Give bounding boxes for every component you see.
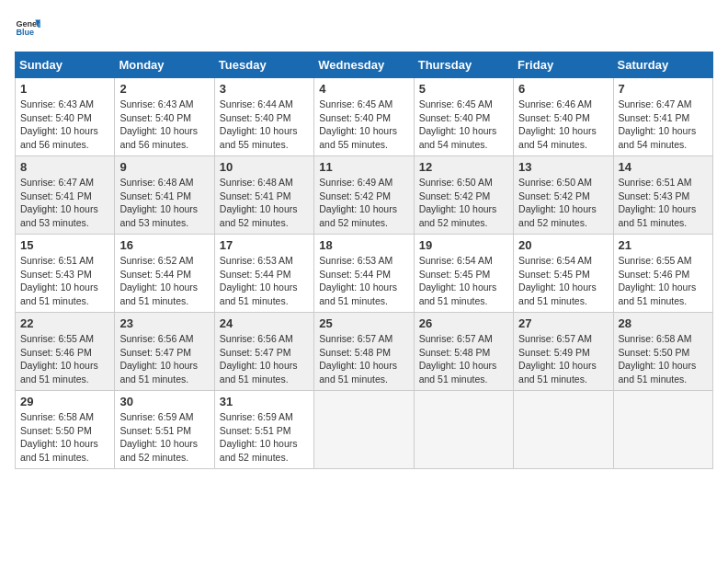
- day-info: Sunrise: 6:53 AM Sunset: 5:44 PM Dayligh…: [319, 254, 408, 308]
- calendar-cell: 31Sunrise: 6:59 AM Sunset: 5:51 PM Dayli…: [214, 391, 313, 469]
- calendar-cell: 20Sunrise: 6:54 AM Sunset: 5:45 PM Dayli…: [514, 235, 613, 313]
- day-number: 22: [20, 316, 109, 330]
- calendar-cell: 23Sunrise: 6:56 AM Sunset: 5:47 PM Dayli…: [115, 313, 214, 391]
- svg-text:Blue: Blue: [16, 28, 34, 37]
- day-number: 27: [518, 316, 608, 330]
- day-number: 26: [419, 316, 508, 330]
- header-thursday: Thursday: [414, 52, 513, 78]
- page-header: General Blue: [15, 15, 713, 40]
- day-info: Sunrise: 6:45 AM Sunset: 5:40 PM Dayligh…: [319, 98, 408, 152]
- calendar-cell: [314, 391, 414, 469]
- logo-icon: General Blue: [15, 15, 40, 40]
- day-number: 23: [119, 316, 209, 330]
- calendar-cell: 22Sunrise: 6:55 AM Sunset: 5:46 PM Dayli…: [16, 313, 115, 391]
- day-info: Sunrise: 6:46 AM Sunset: 5:40 PM Dayligh…: [518, 98, 608, 152]
- day-number: 3: [220, 82, 309, 96]
- calendar-cell: 28Sunrise: 6:58 AM Sunset: 5:50 PM Dayli…: [613, 313, 712, 391]
- calendar-cell: 3Sunrise: 6:44 AM Sunset: 5:40 PM Daylig…: [214, 78, 313, 156]
- calendar-cell: 21Sunrise: 6:55 AM Sunset: 5:46 PM Dayli…: [613, 235, 712, 313]
- calendar-header-row: SundayMondayTuesdayWednesdayThursdayFrid…: [16, 52, 713, 78]
- day-info: Sunrise: 6:58 AM Sunset: 5:50 PM Dayligh…: [20, 410, 109, 465]
- day-number: 11: [319, 160, 408, 174]
- calendar-cell: 2Sunrise: 6:43 AM Sunset: 5:40 PM Daylig…: [115, 78, 214, 156]
- day-number: 15: [20, 238, 109, 252]
- day-info: Sunrise: 6:55 AM Sunset: 5:46 PM Dayligh…: [20, 332, 109, 386]
- day-info: Sunrise: 6:47 AM Sunset: 5:41 PM Dayligh…: [20, 176, 109, 230]
- day-info: Sunrise: 6:48 AM Sunset: 5:41 PM Dayligh…: [220, 176, 309, 230]
- calendar-week-1: 1Sunrise: 6:43 AM Sunset: 5:40 PM Daylig…: [16, 78, 713, 156]
- day-info: Sunrise: 6:52 AM Sunset: 5:44 PM Dayligh…: [119, 254, 209, 308]
- day-info: Sunrise: 6:57 AM Sunset: 5:49 PM Dayligh…: [518, 332, 608, 386]
- calendar-cell: 7Sunrise: 6:47 AM Sunset: 5:41 PM Daylig…: [613, 78, 712, 156]
- header-tuesday: Tuesday: [214, 52, 313, 78]
- header-friday: Friday: [514, 52, 613, 78]
- day-info: Sunrise: 6:58 AM Sunset: 5:50 PM Dayligh…: [619, 332, 708, 386]
- day-number: 16: [119, 238, 209, 252]
- calendar-cell: 29Sunrise: 6:58 AM Sunset: 5:50 PM Dayli…: [16, 391, 115, 469]
- day-number: 8: [20, 160, 109, 174]
- calendar-cell: 12Sunrise: 6:50 AM Sunset: 5:42 PM Dayli…: [414, 156, 513, 235]
- calendar-cell: 17Sunrise: 6:53 AM Sunset: 5:44 PM Dayli…: [214, 235, 313, 313]
- day-number: 18: [319, 238, 408, 252]
- day-number: 10: [220, 160, 309, 174]
- calendar-cell: 6Sunrise: 6:46 AM Sunset: 5:40 PM Daylig…: [514, 78, 613, 156]
- calendar-cell: 9Sunrise: 6:48 AM Sunset: 5:41 PM Daylig…: [115, 156, 214, 235]
- day-number: 7: [619, 82, 708, 96]
- calendar-week-5: 29Sunrise: 6:58 AM Sunset: 5:50 PM Dayli…: [16, 391, 713, 469]
- day-number: 5: [419, 82, 508, 96]
- day-number: 25: [319, 316, 408, 330]
- day-info: Sunrise: 6:57 AM Sunset: 5:48 PM Dayligh…: [319, 332, 408, 386]
- logo: General Blue: [15, 15, 40, 40]
- calendar-cell: 4Sunrise: 6:45 AM Sunset: 5:40 PM Daylig…: [314, 78, 414, 156]
- day-info: Sunrise: 6:47 AM Sunset: 5:41 PM Dayligh…: [619, 98, 708, 152]
- calendar-cell: [613, 391, 712, 469]
- day-info: Sunrise: 6:54 AM Sunset: 5:45 PM Dayligh…: [419, 254, 508, 308]
- calendar-cell: 15Sunrise: 6:51 AM Sunset: 5:43 PM Dayli…: [16, 235, 115, 313]
- day-info: Sunrise: 6:43 AM Sunset: 5:40 PM Dayligh…: [119, 98, 209, 152]
- calendar-cell: 13Sunrise: 6:50 AM Sunset: 5:42 PM Dayli…: [514, 156, 613, 235]
- calendar-cell: 30Sunrise: 6:59 AM Sunset: 5:51 PM Dayli…: [115, 391, 214, 469]
- header-sunday: Sunday: [16, 52, 115, 78]
- calendar-cell: 1Sunrise: 6:43 AM Sunset: 5:40 PM Daylig…: [16, 78, 115, 156]
- day-info: Sunrise: 6:56 AM Sunset: 5:47 PM Dayligh…: [119, 332, 209, 386]
- calendar-cell: 11Sunrise: 6:49 AM Sunset: 5:42 PM Dayli…: [314, 156, 414, 235]
- day-info: Sunrise: 6:51 AM Sunset: 5:43 PM Dayligh…: [619, 176, 708, 230]
- calendar-cell: 18Sunrise: 6:53 AM Sunset: 5:44 PM Dayli…: [314, 235, 414, 313]
- day-info: Sunrise: 6:44 AM Sunset: 5:40 PM Dayligh…: [220, 98, 309, 152]
- day-number: 4: [319, 82, 408, 96]
- calendar-cell: 24Sunrise: 6:56 AM Sunset: 5:47 PM Dayli…: [214, 313, 313, 391]
- day-info: Sunrise: 6:55 AM Sunset: 5:46 PM Dayligh…: [619, 254, 708, 308]
- day-info: Sunrise: 6:53 AM Sunset: 5:44 PM Dayligh…: [220, 254, 309, 308]
- day-number: 1: [20, 82, 109, 96]
- day-number: 14: [619, 160, 708, 174]
- calendar-week-2: 8Sunrise: 6:47 AM Sunset: 5:41 PM Daylig…: [16, 156, 713, 235]
- day-info: Sunrise: 6:49 AM Sunset: 5:42 PM Dayligh…: [319, 176, 408, 230]
- day-number: 19: [419, 238, 508, 252]
- day-number: 20: [518, 238, 608, 252]
- day-number: 28: [619, 316, 708, 330]
- calendar-cell: 10Sunrise: 6:48 AM Sunset: 5:41 PM Dayli…: [214, 156, 313, 235]
- day-number: 21: [619, 238, 708, 252]
- header-monday: Monday: [115, 52, 214, 78]
- day-number: 12: [419, 160, 508, 174]
- calendar-cell: 26Sunrise: 6:57 AM Sunset: 5:48 PM Dayli…: [414, 313, 513, 391]
- day-info: Sunrise: 6:51 AM Sunset: 5:43 PM Dayligh…: [20, 254, 109, 308]
- day-info: Sunrise: 6:57 AM Sunset: 5:48 PM Dayligh…: [419, 332, 508, 386]
- calendar-cell: [514, 391, 613, 469]
- day-number: 6: [518, 82, 608, 96]
- header-saturday: Saturday: [613, 52, 712, 78]
- calendar-cell: 8Sunrise: 6:47 AM Sunset: 5:41 PM Daylig…: [16, 156, 115, 235]
- day-info: Sunrise: 6:48 AM Sunset: 5:41 PM Dayligh…: [119, 176, 209, 230]
- calendar-cell: 27Sunrise: 6:57 AM Sunset: 5:49 PM Dayli…: [514, 313, 613, 391]
- day-number: 13: [518, 160, 608, 174]
- calendar-week-3: 15Sunrise: 6:51 AM Sunset: 5:43 PM Dayli…: [16, 235, 713, 313]
- header-wednesday: Wednesday: [314, 52, 414, 78]
- calendar-cell: 5Sunrise: 6:45 AM Sunset: 5:40 PM Daylig…: [414, 78, 513, 156]
- day-number: 17: [220, 238, 309, 252]
- calendar-week-4: 22Sunrise: 6:55 AM Sunset: 5:46 PM Dayli…: [16, 313, 713, 391]
- day-info: Sunrise: 6:43 AM Sunset: 5:40 PM Dayligh…: [20, 98, 109, 152]
- day-info: Sunrise: 6:50 AM Sunset: 5:42 PM Dayligh…: [419, 176, 508, 230]
- day-info: Sunrise: 6:59 AM Sunset: 5:51 PM Dayligh…: [119, 410, 209, 465]
- calendar-cell: 19Sunrise: 6:54 AM Sunset: 5:45 PM Dayli…: [414, 235, 513, 313]
- day-number: 9: [119, 160, 209, 174]
